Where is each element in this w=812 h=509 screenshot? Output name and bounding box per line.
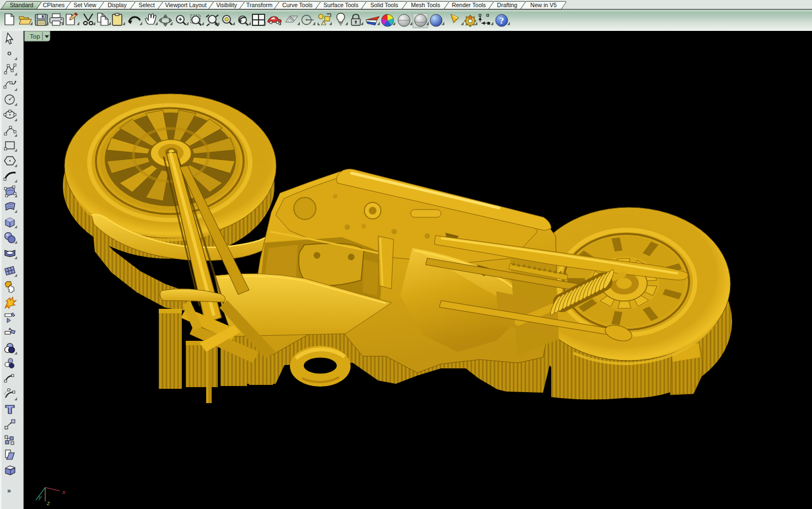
- svg-text:?: ?: [499, 15, 504, 26]
- svg-text:Render Tools: Render Tools: [452, 2, 486, 8]
- svg-text:Display: Display: [107, 2, 127, 8]
- svg-text:Top: Top: [30, 33, 40, 40]
- svg-text:Surface Tools: Surface Tools: [324, 2, 358, 8]
- svg-text:New in V5: New in V5: [530, 2, 557, 8]
- svg-text:Drafting: Drafting: [497, 2, 518, 8]
- svg-text:Select: Select: [138, 2, 154, 8]
- svg-text:Viewport Layout: Viewport Layout: [165, 2, 206, 8]
- svg-text:CPlanes: CPlanes: [43, 2, 65, 8]
- svg-text:»: »: [7, 487, 11, 495]
- svg-text:Mesh Tools: Mesh Tools: [411, 2, 440, 8]
- svg-text:z: z: [46, 500, 50, 506]
- svg-text:Curve Tools: Curve Tools: [282, 2, 313, 8]
- svg-text:x: x: [62, 489, 66, 495]
- svg-text:Set View: Set View: [73, 2, 96, 8]
- svg-text:Solid Tools: Solid Tools: [370, 2, 399, 8]
- svg-text:Transform: Transform: [246, 2, 273, 8]
- svg-text:Visibility: Visibility: [216, 2, 237, 8]
- svg-text:Standard: Standard: [10, 2, 34, 8]
- svg-text:y: y: [38, 494, 42, 500]
